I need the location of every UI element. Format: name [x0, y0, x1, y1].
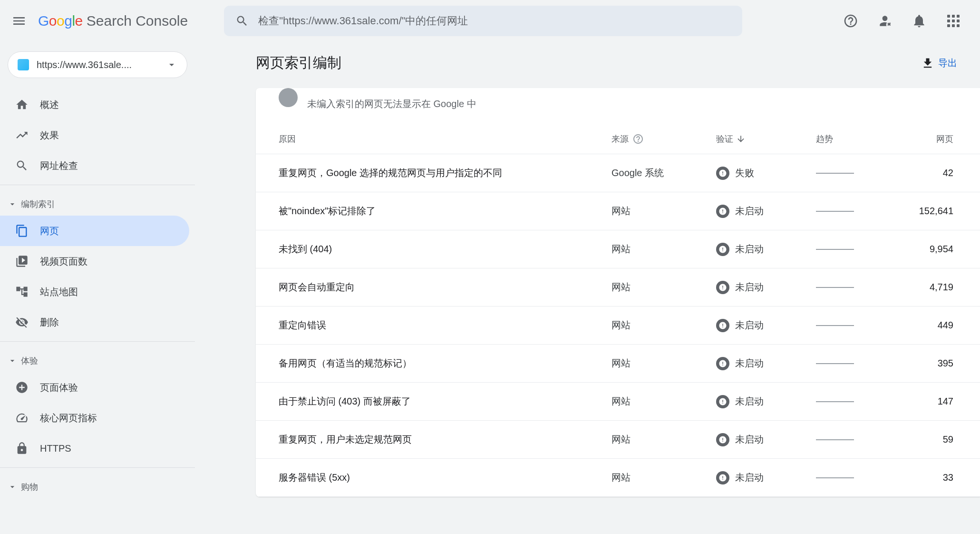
row-reason: 重复网页，用户未选定规范网页 [279, 433, 611, 446]
export-label: 导出 [938, 57, 957, 69]
header-trend[interactable]: 趋势 [816, 133, 897, 145]
section-indexing[interactable]: 编制索引 [0, 193, 195, 216]
search-icon [235, 14, 249, 28]
divider [0, 185, 195, 185]
home-icon [15, 98, 29, 111]
alert-icon [716, 357, 729, 370]
sidebar-item-label: 视频页面数 [40, 255, 87, 268]
trending-icon [15, 129, 29, 142]
section-label: 编制索引 [21, 198, 55, 210]
sidebar-item-overview[interactable]: 概述 [0, 89, 189, 120]
row-verify: 未启动 [716, 281, 816, 294]
row-reason: 由于禁止访问 (403) 而被屏蔽了 [279, 395, 611, 408]
sidebar-item-video[interactable]: 视频页面数 [0, 246, 189, 277]
row-source: 网站 [611, 281, 716, 294]
table-row[interactable]: 网页会自动重定向 网站 未启动 4,719 [256, 268, 980, 307]
header-verify[interactable]: 验证 [716, 133, 816, 145]
row-pages: 42 [897, 168, 957, 178]
alert-icon [716, 205, 729, 218]
sidebar-item-label: 删除 [40, 316, 59, 329]
row-source: 网站 [611, 319, 716, 332]
row-reason: 被"noindex"标记排除了 [279, 205, 611, 218]
row-source: 网站 [611, 395, 716, 408]
export-button[interactable]: 导出 [921, 57, 957, 70]
index-table-card: 未编入索引的网页无法显示在 Google 中 原因 来源 验证 趋势 网页 重复… [256, 88, 980, 497]
product-name: Search Console [87, 13, 188, 29]
row-reason: 服务器错误 (5xx) [279, 471, 611, 484]
page-title: 网页索引编制 [256, 53, 341, 73]
row-verify: 未启动 [716, 357, 816, 370]
logo-block[interactable]: Google Search Console [38, 13, 188, 29]
table-row[interactable]: 服务器错误 (5xx) 网站 未启动 33 [256, 459, 980, 497]
sidebar-item-label: 站点地图 [40, 286, 78, 298]
table-row[interactable]: 重复网页，用户未选定规范网页 网站 未启动 59 [256, 421, 980, 459]
row-source: 网站 [611, 433, 716, 446]
video-icon [15, 255, 29, 268]
header-pages[interactable]: 网页 [897, 133, 957, 145]
section-label: 体验 [21, 355, 38, 366]
sidebar-item-performance[interactable]: 效果 [0, 120, 189, 150]
sidebar-item-removals[interactable]: 删除 [0, 307, 189, 337]
search-bar[interactable] [224, 6, 742, 36]
lock-icon [15, 442, 29, 455]
sidebar-item-url-inspection[interactable]: 网址检查 [0, 150, 189, 181]
sitemap-icon [15, 285, 29, 298]
search-input[interactable] [258, 15, 731, 27]
menu-button[interactable] [8, 10, 30, 32]
section-label: 购物 [21, 481, 38, 493]
row-trend [816, 173, 897, 174]
bell-icon [912, 13, 927, 29]
row-reason: 重定向错误 [279, 319, 611, 332]
row-trend [816, 363, 897, 364]
header-actions [839, 10, 972, 32]
help-button[interactable] [839, 10, 862, 32]
row-verify: 失败 [716, 167, 816, 180]
chevron-down-icon [166, 59, 177, 70]
pages-icon [15, 224, 29, 237]
sidebar-item-page-experience[interactable]: 页面体验 [0, 372, 189, 403]
sidebar: https://www.361sale.... 概述 效果 网址检查 编制索引 … [0, 42, 195, 534]
table-row[interactable]: 被"noindex"标记排除了 网站 未启动 152,641 [256, 192, 980, 230]
chevron-down-icon [8, 199, 17, 209]
divider [0, 467, 195, 468]
section-shopping[interactable]: 购物 [0, 475, 195, 498]
row-trend [816, 439, 897, 440]
apps-button[interactable] [942, 10, 965, 32]
row-verify: 未启动 [716, 471, 816, 485]
row-source: Google 系统 [611, 167, 716, 179]
sidebar-item-pages[interactable]: 网页 [0, 216, 189, 246]
page-header: 网页索引编制 导出 [195, 42, 980, 88]
row-pages: 9,954 [897, 244, 957, 255]
sidebar-item-https[interactable]: HTTPS [0, 433, 189, 464]
header-reason[interactable]: 原因 [279, 133, 611, 145]
row-source: 网站 [611, 471, 716, 484]
table-row[interactable]: 重定向错误 网站 未启动 449 [256, 307, 980, 345]
table-row[interactable]: 未找到 (404) 网站 未启动 9,954 [256, 230, 980, 268]
sidebar-item-label: 网址检查 [40, 159, 78, 172]
users-button[interactable] [873, 10, 896, 32]
info-icon [279, 88, 298, 107]
row-pages: 449 [897, 320, 957, 331]
notifications-button[interactable] [908, 10, 931, 32]
row-trend [816, 477, 897, 478]
sidebar-item-cwv[interactable]: 核心网页指标 [0, 403, 189, 433]
sidebar-item-label: 网页 [40, 225, 59, 237]
arrow-down-icon [736, 134, 746, 144]
property-selector[interactable]: https://www.361sale.... [8, 51, 187, 78]
row-pages: 152,641 [897, 206, 957, 217]
table-row[interactable]: 重复网页，Google 选择的规范网页与用户指定的不同 Google 系统 失败… [256, 154, 980, 192]
row-source: 网站 [611, 205, 716, 218]
section-experience[interactable]: 体验 [0, 349, 195, 372]
header-source[interactable]: 来源 [611, 133, 716, 145]
row-trend [816, 211, 897, 212]
sidebar-item-sitemaps[interactable]: 站点地图 [0, 277, 189, 307]
table-header-row: 原因 来源 验证 趋势 网页 [256, 124, 980, 154]
table-row[interactable]: 备用网页（有适当的规范标记） 网站 未启动 395 [256, 345, 980, 383]
row-reason: 备用网页（有适当的规范标记） [279, 357, 611, 370]
table-row[interactable]: 由于禁止访问 (403) 而被屏蔽了 网站 未启动 147 [256, 383, 980, 421]
alert-icon [716, 167, 729, 180]
chevron-down-icon [8, 482, 17, 492]
row-verify: 未启动 [716, 433, 816, 446]
alert-icon [716, 281, 729, 294]
alert-icon [716, 319, 729, 332]
